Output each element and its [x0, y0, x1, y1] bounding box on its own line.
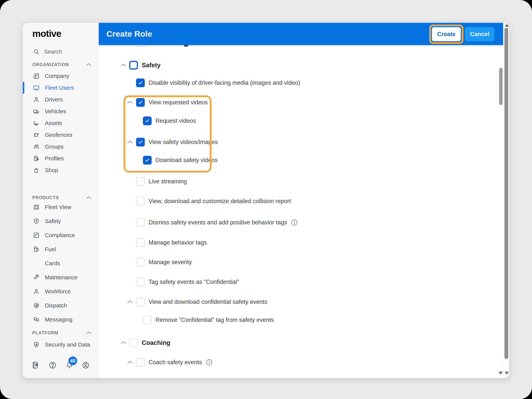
- checkbox-view-requested-videos[interactable]: [136, 98, 145, 107]
- permission-label-download-safety-videos: Download safety videos: [155, 157, 218, 164]
- building-icon: [33, 72, 40, 80]
- permission-row: Manage behavior tags: [149, 237, 207, 248]
- chevron-up-icon[interactable]: [86, 328, 92, 338]
- sidebar-item-label: Fleet Users: [45, 85, 74, 91]
- sidebar: motive Search ORGANIZATIONCompanyFleet U…: [23, 23, 99, 378]
- search-icon: [33, 48, 40, 55]
- permission-row: Live streaming: [149, 176, 187, 187]
- sidebar-item-label: Messaging: [45, 316, 72, 323]
- sidebar-item-label: Drivers: [45, 96, 63, 103]
- collapse-chevron-icon[interactable]: [120, 59, 127, 71]
- search-label: Search: [44, 48, 62, 55]
- page-scrollbar-thumb[interactable]: [504, 28, 508, 359]
- groups-icon: [33, 143, 40, 150]
- page-scroll-down-arrow[interactable]: [505, 372, 509, 375]
- chevron-up-icon[interactable]: [86, 193, 92, 202]
- sidebar-item-company[interactable]: Company: [23, 70, 99, 82]
- collapse-chevron-icon[interactable]: [127, 136, 133, 148]
- permission-label-manage-behavior-tags: Manage behavior tags: [149, 239, 207, 246]
- checkbox-tag-safety-events-as-confidential[interactable]: [136, 278, 145, 286]
- checkbox-view-safety-videos-images[interactable]: [136, 138, 145, 146]
- permission-label-disable-visibility-of-driver-facing-media-images-and-video: Disable visibility of driver-facing medi…: [149, 79, 300, 86]
- permission-row: Safety: [142, 59, 161, 71]
- collapse-chevron-icon[interactable]: [120, 337, 127, 349]
- sidebar-item-profiles[interactable]: Profiles: [23, 152, 99, 164]
- profile-doc-icon: [33, 155, 40, 162]
- permission-label-view-download-and-customize-detailed-collision-report: View, download and customize detailed co…: [149, 198, 291, 205]
- checkbox-manage-behavior-tags[interactable]: [136, 238, 145, 247]
- permission-row: View requested videos: [149, 96, 208, 108]
- create-button-highlight-ring: Create: [429, 25, 463, 44]
- help-icon[interactable]: [48, 361, 57, 369]
- permission-label-live-streaming: Live streaming: [149, 178, 187, 185]
- checkbox-safety[interactable]: [129, 61, 138, 70]
- sidebar-item-compliance[interactable]: Compliance: [23, 229, 99, 241]
- sidebar-item-workforce[interactable]: Workforce: [23, 285, 99, 297]
- collapse-chevron-icon[interactable]: [127, 296, 133, 308]
- sidebar-item-fleet-view[interactable]: Fleet View: [23, 201, 99, 213]
- info-icon[interactable]: [291, 219, 298, 226]
- chevron-up-icon[interactable]: [86, 60, 92, 69]
- permission-label-request-videos: Request videos: [155, 117, 196, 124]
- collapse-chevron-icon[interactable]: [127, 356, 133, 368]
- checkbox-coaching[interactable]: [129, 338, 138, 347]
- permission-row: Request videos: [155, 115, 196, 127]
- permission-row: Download safety videos: [155, 154, 218, 166]
- permission-row: Disable visibility of driver-facing medi…: [149, 77, 300, 89]
- sidebar-item-label: Cards: [45, 260, 60, 266]
- trailer-icon: [33, 120, 40, 127]
- sidebar-item-groups[interactable]: Groups: [23, 141, 99, 152]
- permission-row: View and download confidential safety ev…: [149, 296, 267, 308]
- sidebar-item-messaging[interactable]: Messaging: [23, 314, 99, 325]
- sidebar-item-label: Fuel: [45, 246, 56, 253]
- content-scrollbar-thumb[interactable]: [499, 68, 503, 105]
- cancel-button[interactable]: Cancel: [465, 27, 494, 41]
- permission-label-tag-safety-events-as-confidential: Tag safety events as "Confidential": [149, 279, 239, 285]
- checkbox-dismiss-safety-events-and-add-positive-behavior-tags[interactable]: [136, 218, 145, 227]
- sidebar-item-dispatch[interactable]: Dispatch: [23, 300, 99, 311]
- sidebar-item-shop[interactable]: Shop: [23, 164, 99, 176]
- permission-row: Remove "Confidential" tag from safety ev…: [155, 314, 274, 326]
- checkbox-request-videos[interactable]: [143, 116, 152, 125]
- scroll-up-arrow[interactable]: [505, 24, 509, 28]
- create-button[interactable]: Create: [432, 27, 461, 41]
- logbook-icon[interactable]: [32, 361, 40, 369]
- permission-row: Dismiss safety events and add positive b…: [149, 217, 298, 228]
- permission-label-safety: Safety: [142, 62, 161, 69]
- checkbox-live-streaming[interactable]: [136, 177, 145, 186]
- sidebar-section-label-products: PRODUCTS: [32, 193, 89, 202]
- checkbox-download-safety-videos[interactable]: [143, 156, 152, 165]
- sidebar-item-assets[interactable]: Assets: [23, 117, 99, 129]
- sidebar-item-security-and-data[interactable]: Security and Data: [23, 339, 99, 351]
- person-icon: [33, 288, 40, 295]
- sidebar-item-maintenance[interactable]: Maintenance: [23, 272, 99, 283]
- checkbox-coach-safety-events[interactable]: [136, 358, 145, 367]
- clipped-checkbox: [137, 45, 146, 47]
- sidebar-item-fuel[interactable]: Fuel: [23, 243, 99, 255]
- fuel-pump-icon: [33, 246, 40, 253]
- content-scroll-down-arrow[interactable]: [499, 372, 503, 375]
- sidebar-item-drivers[interactable]: Drivers: [23, 94, 99, 105]
- sidebar-item-label: Shop: [45, 167, 58, 173]
- account-icon[interactable]: [82, 361, 90, 369]
- checkbox-view-and-download-confidential-safety-events[interactable]: [136, 298, 145, 306]
- checkbox-manage-severity[interactable]: [136, 258, 145, 266]
- checkbox-view-download-and-customize-detailed-collision-report[interactable]: [136, 197, 145, 206]
- sidebar-item-label: Compliance: [45, 232, 75, 238]
- sidebar-item-label: Workforce: [45, 288, 71, 295]
- sidebar-item-cards[interactable]: Cards: [23, 257, 99, 269]
- sidebar-item-geofences[interactable]: Geofences: [23, 129, 99, 141]
- search-input[interactable]: Search: [23, 46, 99, 57]
- permission-row: Manage severity: [149, 256, 192, 268]
- sidebar-item-fleet-users[interactable]: Fleet Users: [23, 82, 99, 94]
- sidebar-item-safety[interactable]: Safety: [23, 215, 99, 227]
- wrench-icon: [33, 274, 40, 281]
- sidebar-item-label: Fleet View: [45, 204, 71, 210]
- collapse-chevron-icon[interactable]: [127, 96, 133, 108]
- permission-row: View, download and customize detailed co…: [149, 195, 291, 207]
- sidebar-section-label-organization: ORGANIZATION: [32, 60, 89, 69]
- info-icon[interactable]: [206, 359, 213, 366]
- sidebar-item-vehicles[interactable]: Vehicles: [23, 105, 99, 117]
- checkbox-disable-visibility-of-driver-facing-media-images-and-video[interactable]: [136, 78, 145, 87]
- checkbox-remove-confidential-tag-from-safety-events[interactable]: [143, 316, 152, 324]
